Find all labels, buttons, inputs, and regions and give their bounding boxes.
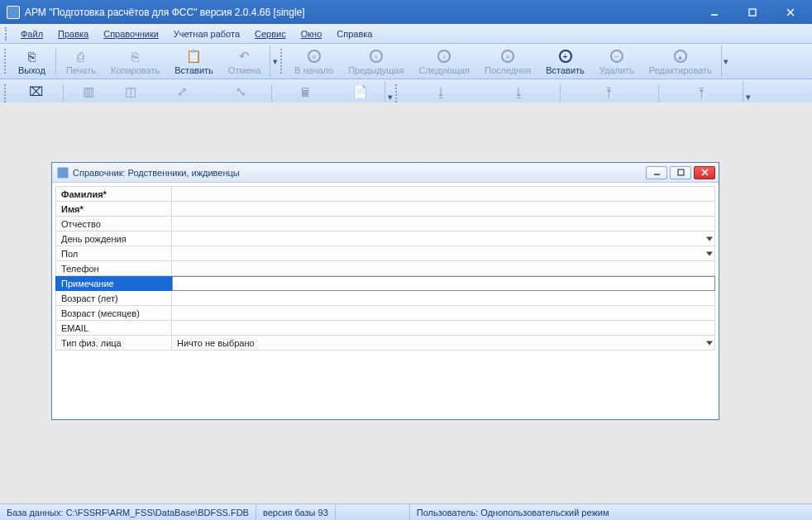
label-person-type: Тип физ. лица: [56, 336, 172, 351]
row-note: Примечание: [56, 276, 715, 291]
calc-icon: 🖩: [297, 83, 313, 100]
label-age-months: Возраст (месяцев): [56, 306, 172, 321]
field-note[interactable]: [172, 276, 715, 291]
mdi-client-area: Справочник: Родственники, иждивенцы Фами…: [0, 103, 812, 503]
edit-icon: ▴: [672, 48, 689, 64]
tb-first-button[interactable]: «В начало: [287, 45, 341, 77]
field-age-years[interactable]: [172, 291, 715, 306]
inner-minimize-button[interactable]: [646, 166, 667, 179]
next-icon: ›: [436, 48, 452, 64]
row-birthday: День рождения: [56, 231, 715, 246]
first-icon: «: [306, 48, 322, 64]
row-lastname: Фамилия*: [56, 187, 715, 202]
inner-window-title: Справочник: Родственники, иждивенцы: [73, 168, 643, 178]
app-title: АРМ "Подготовка расчётов для ФСС" версия…: [25, 7, 695, 18]
inner-close-button[interactable]: [694, 166, 715, 179]
row-person-type: Тип физ. лицаНичто не выбрано: [56, 336, 715, 351]
expand-icon: ⤢: [174, 83, 190, 100]
chevron-down-icon: [706, 236, 713, 241]
tb-last-button[interactable]: »Последняя: [477, 45, 538, 77]
svg-rect-5: [678, 169, 684, 175]
menu-grip: [5, 27, 8, 41]
toolbar-grip-2: [280, 49, 284, 74]
field-person-type[interactable]: Ничто не выбрано: [172, 336, 715, 351]
export-log-icon: ⭱: [601, 83, 618, 100]
tb-prev-button[interactable]: ‹Предыдущая: [341, 45, 411, 77]
toolbar1b-overflow[interactable]: ▾: [721, 45, 731, 77]
inner-window: Справочник: Родственники, иждивенцы Фами…: [51, 162, 719, 420]
import-icon: ⭳: [432, 83, 449, 100]
prev-icon: ‹: [368, 48, 385, 64]
menu-edit[interactable]: Правка: [50, 26, 96, 41]
row-patronymic: Отчество: [56, 217, 715, 231]
tb-exit-button[interactable]: ⎘Выход: [11, 45, 53, 77]
row-sex: Пол: [56, 246, 715, 261]
field-birthday[interactable]: [172, 231, 715, 246]
field-phone[interactable]: [172, 261, 715, 276]
import-eln-icon: ⭳: [510, 83, 527, 100]
label-email: EMAIL: [56, 321, 172, 336]
last-icon: »: [499, 48, 516, 64]
tb-undo-button[interactable]: ↶Отмена: [221, 45, 268, 77]
label-lastname: Фамилия*: [56, 187, 172, 202]
undo-icon: ↶: [236, 48, 253, 64]
chevron-down-icon: [706, 341, 713, 345]
close-button[interactable]: [771, 3, 809, 21]
tb-copy-button[interactable]: ⎘Копировать: [103, 45, 167, 77]
menu-refs[interactable]: Справочники: [96, 26, 166, 41]
field-sex[interactable]: [172, 246, 715, 261]
row-firstname: Имя*: [56, 202, 715, 217]
minimize-button[interactable]: [695, 3, 733, 21]
toolbar-grip: [4, 49, 8, 74]
tb-insert-button[interactable]: +Вставить: [538, 45, 592, 77]
barcode-icon: ▥: [80, 83, 97, 100]
menu-bar: Файл Правка Справочники Учетная работа С…: [0, 24, 812, 44]
close-doc-icon: ⌧: [27, 83, 44, 100]
tb-next-button[interactable]: ›Следующая: [411, 45, 477, 77]
svg-rect-1: [749, 9, 756, 16]
field-lastname[interactable]: [172, 187, 715, 202]
report-icon: 📄: [351, 83, 368, 100]
tb-paste-button[interactable]: 📋Вставить: [167, 45, 221, 77]
export-xml-icon: ⭱: [693, 83, 709, 100]
field-patronymic[interactable]: [172, 217, 715, 231]
exit-icon: ⎘: [23, 48, 40, 64]
collapse-icon: ⤡: [233, 83, 250, 100]
row-phone: Телефон: [56, 261, 715, 276]
row-age-years: Возраст (лет): [56, 291, 715, 306]
chevron-down-icon: [706, 251, 713, 255]
field-age-months[interactable]: [172, 306, 715, 321]
main-titlebar: АРМ "Подготовка расчётов для ФСС" версия…: [0, 0, 812, 24]
inner-maximize-button[interactable]: [670, 166, 691, 179]
menu-help[interactable]: Справка: [329, 26, 380, 41]
label-patronymic: Отчество: [56, 217, 172, 231]
label-firstname: Имя*: [56, 202, 172, 217]
tb-print-button[interactable]: ⎙Печать: [59, 45, 103, 77]
print-icon: ⎙: [73, 48, 89, 64]
menu-window[interactable]: Окно: [294, 26, 330, 41]
maximize-button[interactable]: [733, 3, 771, 21]
toolbar-main: ⎘Выход ⎙Печать ⎘Копировать 📋Вставить ↶От…: [0, 44, 812, 79]
field-email[interactable]: [172, 321, 715, 336]
tb-edit-button[interactable]: ▴Редактировать: [642, 45, 719, 77]
menu-work[interactable]: Учетная работа: [166, 26, 247, 41]
label-note: Примечание: [56, 276, 172, 291]
copy-icon: ⎘: [127, 48, 144, 64]
status-bar: База данных: C:\FSSRF\ARM_FSS\DataBase\B…: [0, 503, 812, 520]
minus-icon: −: [609, 48, 625, 64]
field-firstname[interactable]: [172, 202, 715, 217]
status-user: Пользователь: Однопользовательский режим: [410, 504, 616, 520]
inner-body: Фамилия* Имя* Отчество День рождения Пол…: [52, 183, 719, 419]
status-db-path: База данных: C:\FSSRF\ARM_FSS\DataBase\B…: [0, 504, 256, 520]
plus-icon: +: [557, 48, 574, 64]
toolbar1-overflow[interactable]: ▾: [270, 45, 279, 77]
status-spacer: [336, 504, 410, 520]
menu-service[interactable]: Сервис: [247, 26, 294, 41]
row-email: EMAIL: [56, 321, 715, 336]
menu-file[interactable]: Файл: [13, 26, 50, 41]
label-birthday: День рождения: [56, 231, 172, 246]
inner-titlebar: Справочник: Родственники, иждивенцы: [52, 163, 719, 183]
row-age-months: Возраст (месяцев): [56, 306, 715, 321]
tb-delete-button[interactable]: −Удалить: [592, 45, 642, 77]
status-db-version: версия базы 93: [256, 504, 336, 520]
